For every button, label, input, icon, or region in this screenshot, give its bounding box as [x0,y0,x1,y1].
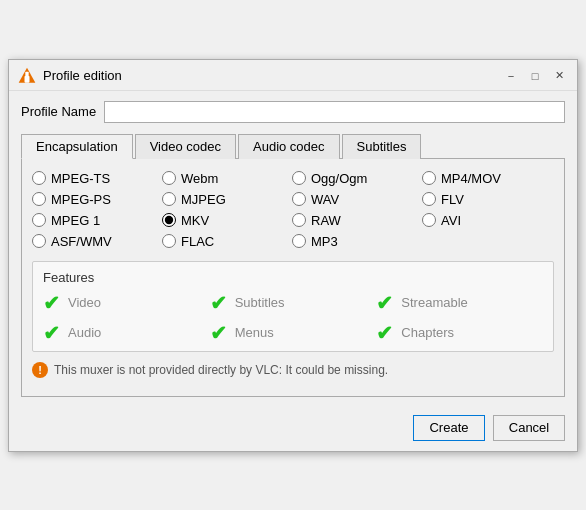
option-mpeg-ts[interactable]: MPEG-TS [32,171,162,186]
option-asf-wmv[interactable]: ASF/WMV [32,234,162,249]
features-grid: ✔ Video ✔ Subtitles ✔ Streamable ✔ Audio [43,293,543,343]
feature-streamable-label: Streamable [401,295,467,310]
warning-text: This muxer is not provided directly by V… [54,363,388,377]
feature-menus-label: Menus [235,325,274,340]
checkmark-chapters: ✔ [376,323,393,343]
feature-subtitles-label: Subtitles [235,295,285,310]
feature-audio-label: Audio [68,325,101,340]
feature-subtitles: ✔ Subtitles [210,293,377,313]
close-button[interactable]: ✕ [549,66,569,86]
titlebar: Profile edition − □ ✕ [9,60,577,91]
option-mpeg-ps[interactable]: MPEG-PS [32,192,162,207]
tab-encapsulation[interactable]: Encapsulation [21,134,133,159]
option-webm[interactable]: Webm [162,171,292,186]
checkmark-menus: ✔ [210,323,227,343]
features-box: Features ✔ Video ✔ Subtitles ✔ Streamabl… [32,261,554,352]
option-mjpeg[interactable]: MJPEG [162,192,292,207]
option-avi[interactable]: AVI [422,213,552,228]
vlc-icon [17,66,37,86]
profile-name-row: Profile Name [21,101,565,123]
option-flac[interactable]: FLAC [162,234,292,249]
dialog-footer: Create Cancel [9,407,577,451]
profile-name-input[interactable] [104,101,565,123]
window-title: Profile edition [43,68,501,83]
tab-content-encapsulation: MPEG-TS Webm Ogg/Ogm MP4/MOV MPEG-PS MJP… [21,159,565,397]
feature-video-label: Video [68,295,101,310]
features-label: Features [43,270,543,285]
feature-video: ✔ Video [43,293,210,313]
create-button[interactable]: Create [413,415,485,441]
checkmark-audio: ✔ [43,323,60,343]
cancel-button[interactable]: Cancel [493,415,565,441]
tab-audio-codec[interactable]: Audio codec [238,134,340,159]
dialog-content: Profile Name Encapsulation Video codec A… [9,91,577,407]
main-window: Profile edition − □ ✕ Profile Name Encap… [8,59,578,452]
feature-chapters-label: Chapters [401,325,454,340]
checkmark-subtitles: ✔ [210,293,227,313]
feature-chapters: ✔ Chapters [376,323,543,343]
option-wav[interactable]: WAV [292,192,422,207]
encapsulation-options: MPEG-TS Webm Ogg/Ogm MP4/MOV MPEG-PS MJP… [32,171,554,249]
window-controls: − □ ✕ [501,66,569,86]
option-raw[interactable]: RAW [292,213,422,228]
option-mp3[interactable]: MP3 [292,234,422,249]
option-mkv[interactable]: MKV [162,213,292,228]
tab-video-codec[interactable]: Video codec [135,134,236,159]
warning-icon: ! [32,362,48,378]
option-mp4-mov[interactable]: MP4/MOV [422,171,552,186]
tab-subtitles[interactable]: Subtitles [342,134,422,159]
svg-rect-2 [25,71,28,76]
feature-streamable: ✔ Streamable [376,293,543,313]
checkmark-streamable: ✔ [376,293,393,313]
maximize-button[interactable]: □ [525,66,545,86]
option-ogg-ogm[interactable]: Ogg/Ogm [292,171,422,186]
profile-name-label: Profile Name [21,104,96,119]
warning-row: ! This muxer is not provided directly by… [32,362,554,378]
tab-bar: Encapsulation Video codec Audio codec Su… [21,133,565,159]
feature-menus: ✔ Menus [210,323,377,343]
svg-rect-1 [25,76,30,83]
minimize-button[interactable]: − [501,66,521,86]
feature-audio: ✔ Audio [43,323,210,343]
checkmark-video: ✔ [43,293,60,313]
option-flv[interactable]: FLV [422,192,552,207]
option-mpeg1[interactable]: MPEG 1 [32,213,162,228]
